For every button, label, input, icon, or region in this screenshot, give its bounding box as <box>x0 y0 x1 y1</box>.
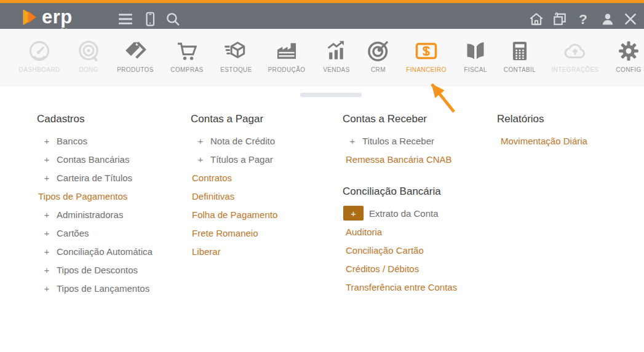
expand-plus-icon: + <box>42 154 52 165</box>
menu-item-titulos-a-pagar[interactable]: + Títulos a Pagar <box>191 150 277 168</box>
expand-plus-icon: + <box>42 283 52 294</box>
help-glyph: ? <box>579 11 587 27</box>
help-icon[interactable]: ? <box>575 11 591 27</box>
expand-plus-icon: + <box>196 136 205 146</box>
expand-plus-icon-highlighted[interactable]: + <box>343 206 364 221</box>
logo-play-icon <box>19 7 40 28</box>
module-bar: DASHBOARD DONG PRODUTOS <box>0 29 644 86</box>
cart-icon <box>175 54 199 65</box>
factory-icon <box>275 54 298 65</box>
menu-link-folha-de-pagamento[interactable]: Folha de Pagamento <box>191 205 277 224</box>
user-icon[interactable] <box>600 11 616 27</box>
module-contabil[interactable]: CONTABIL <box>489 39 551 73</box>
menu-section-title: Conciliação Bancária <box>343 186 457 198</box>
bar-chart-icon <box>325 54 348 65</box>
menu-link-remessa-bancaria-cnab[interactable]: Remessa Bancária CNAB <box>343 150 457 168</box>
close-icon[interactable] <box>622 11 638 27</box>
module-integracoes[interactable]: INTEGRAÇÕES <box>544 39 606 73</box>
logo-text: erp <box>42 7 73 28</box>
menu-item-nota-de-credito[interactable]: + Nota de Crédito <box>191 131 277 150</box>
expand-plus-icon: + <box>42 265 52 275</box>
menu-link-frete-romaneio[interactable]: Frete Romaneio <box>191 224 277 242</box>
calculator-icon <box>508 54 531 65</box>
expand-plus-icon: + <box>348 136 357 146</box>
expand-plus-icon: + <box>42 228 52 238</box>
erp-window: erp DA MODA <box>0 0 644 352</box>
target-icon <box>367 54 390 65</box>
menu-item-titulos-a-receber[interactable]: + Titulos a Receber <box>343 131 457 150</box>
expand-plus-icon: + <box>42 246 52 257</box>
menu-link-movimentacao-diaria[interactable]: Movimentação Diária <box>497 131 587 150</box>
book-icon <box>464 54 487 65</box>
menu-item-contas-bancarias[interactable]: + Contas Bancárias <box>37 150 153 168</box>
top-bar: erp DA MODA <box>0 0 644 29</box>
cloud-upload-icon <box>563 54 587 65</box>
menu-link-conciliacao-cartao[interactable]: Conciliação Cartão <box>343 241 457 259</box>
menu-item-tipos-de-descontos[interactable]: + Tipos de Descontos <box>37 260 153 279</box>
menu-link-creditos-debitos[interactable]: Créditos / Débitos <box>343 259 457 278</box>
shipping-box-icon <box>225 54 248 65</box>
expand-plus-icon: + <box>196 154 205 165</box>
menu-section-title: Cadastros <box>37 113 153 125</box>
expand-plus-icon: + <box>42 173 52 183</box>
windows-cascade-icon[interactable] <box>552 11 568 27</box>
expand-plus-icon: + <box>42 136 52 146</box>
search-icon[interactable] <box>165 11 181 27</box>
menu-section-title: Relatórios <box>497 113 587 125</box>
banknote-icon <box>415 54 438 65</box>
menu-link-definitivas[interactable]: Definitivas <box>191 187 277 205</box>
module-config[interactable]: CONFIG <box>598 39 644 73</box>
financeiro-menu-panel: Cadastros + Bancos + Contas Bancárias + … <box>0 86 644 352</box>
menu-item-cartoes[interactable]: + Cartões <box>37 224 153 242</box>
gear-icon <box>617 54 640 65</box>
tags-icon <box>124 54 147 65</box>
menu-column-cadastros: Cadastros + Bancos + Contas Bancárias + … <box>37 113 153 297</box>
menu-item-carteira-de-titulos[interactable]: + Carteira de Títulos <box>37 168 153 187</box>
menu-link-auditoria[interactable]: Auditoria <box>343 222 457 241</box>
menu-section-title: Contas a Pagar <box>191 113 277 125</box>
menu-item-bancos[interactable]: + Bancos <box>37 131 153 150</box>
coin-icon <box>77 54 100 65</box>
menu-column-contas-a-receber: Contas a Receber + Titulos a Receber Rem… <box>343 113 457 296</box>
menu-column-contas-a-pagar: Contas a Pagar + Nota de Crédito + Títul… <box>191 113 277 260</box>
expand-plus-icon: + <box>42 209 52 220</box>
menu-link-transferencia-entre-contas[interactable]: Transferência entre Contas <box>343 278 457 296</box>
menu-item-administradoras[interactable]: + Administradoras <box>37 205 153 224</box>
menu-item-tipos-de-lancamentos[interactable]: + Tipos de Lançamentos <box>37 279 153 297</box>
menu-link-liberar[interactable]: Liberar <box>191 242 277 260</box>
menu-column-relatorios: Relatórios Movimentação Diária <box>497 113 587 150</box>
gauge-icon <box>28 54 51 65</box>
home-icon[interactable] <box>528 11 544 27</box>
menu-item-conciliacao-automatica[interactable]: + Conciliação Automática <box>37 242 153 260</box>
mobile-icon[interactable] <box>142 11 158 27</box>
panel-drag-handle[interactable] <box>300 93 362 97</box>
app-logo[interactable]: erp DA MODA <box>19 6 73 29</box>
menu-link-tipos-de-pagamentos[interactable]: Tipos de Pagamentos <box>37 187 153 205</box>
menu-section-title: Contas a Receber <box>343 113 457 125</box>
menu-link-contratos[interactable]: Contratos <box>191 168 277 187</box>
menu-item-extrato-da-conta[interactable]: + Extrato da Conta <box>343 204 457 222</box>
menu-icon[interactable] <box>117 11 133 27</box>
